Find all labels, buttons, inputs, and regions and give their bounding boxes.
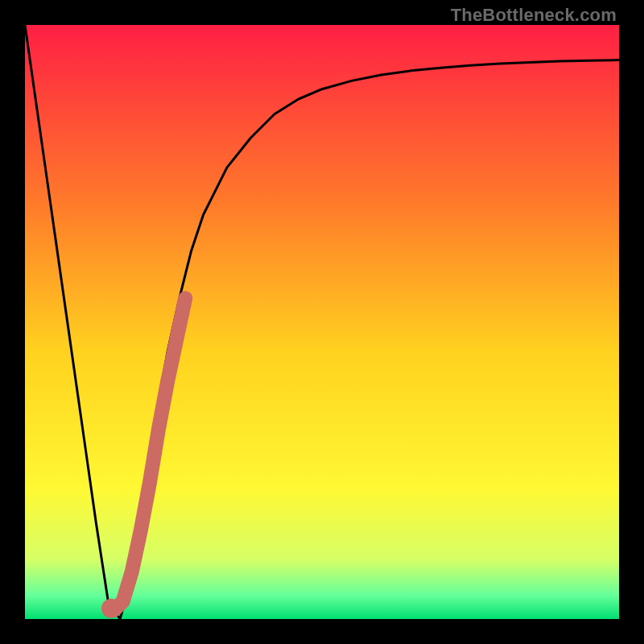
- highlight-segment: [114, 298, 186, 609]
- highlight-dot: [101, 599, 121, 618]
- chart-lines: [25, 25, 619, 619]
- plot-area: [25, 25, 619, 619]
- chart-stage: TheBottleneck.com: [0, 0, 644, 644]
- watermark-text: TheBottleneck.com: [451, 5, 617, 26]
- bottleneck-curve: [25, 25, 619, 619]
